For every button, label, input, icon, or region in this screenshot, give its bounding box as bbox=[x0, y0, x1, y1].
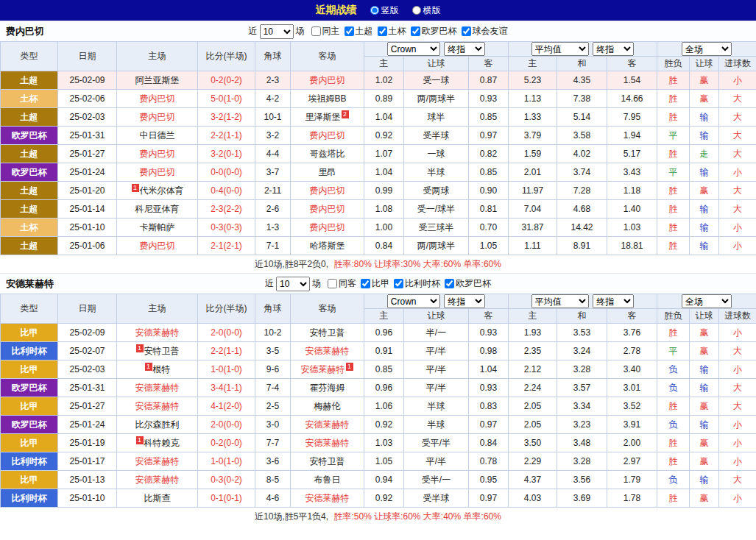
home-odds: 0.92 bbox=[364, 127, 404, 145]
match-date: 25-02-09 bbox=[58, 324, 117, 342]
away-team: 哈塔斯堡 bbox=[291, 237, 364, 255]
competition-type: 欧罗巴杯 bbox=[1, 416, 58, 434]
goals-result: 大 bbox=[719, 379, 756, 397]
final-odds-select[interactable]: 终指 bbox=[444, 294, 485, 308]
sections-container: 费内巴切 近 10 场 同主土超土杯欧罗巴杯球会友谊 类型 bbox=[0, 21, 756, 525]
filter-checkbox-input[interactable] bbox=[411, 26, 420, 36]
filter-checkbox-土杯[interactable]: 土杯 bbox=[378, 25, 406, 38]
vertical-layout-radio[interactable] bbox=[370, 6, 379, 15]
match-date: 25-02-03 bbox=[58, 360, 117, 379]
away-odds: 0.87 bbox=[469, 71, 509, 90]
team-name-text: 费内巴切 bbox=[310, 75, 345, 85]
filter-checkbox-土超[interactable]: 土超 bbox=[345, 25, 373, 38]
competition-type: 比甲 bbox=[1, 324, 58, 342]
team-name-text: 里昂 bbox=[319, 167, 336, 177]
average-odds-select[interactable]: 平均值 bbox=[531, 294, 589, 308]
filter-checkbox-欧罗巴杯[interactable]: 欧罗巴杯 bbox=[411, 25, 457, 38]
filter-checkbox-同主[interactable]: 同主 bbox=[311, 25, 340, 38]
avg-draw-odds: 14.42 bbox=[557, 219, 607, 237]
subcol-avg-away: 客 bbox=[607, 309, 657, 324]
match-score: 0-3(0-2) bbox=[198, 471, 255, 489]
handicap-line: 半球 bbox=[404, 163, 469, 182]
goals-result: 大 bbox=[719, 127, 756, 145]
match-result: 胜 bbox=[657, 182, 690, 200]
avg-away-odds: 1.79 bbox=[607, 471, 657, 489]
team-name-text: 费内巴切 bbox=[140, 149, 175, 159]
home-team: 科尼亚体育 bbox=[117, 200, 198, 219]
handicap-result: 输 bbox=[690, 360, 719, 379]
corner-score: 10-1 bbox=[255, 108, 291, 127]
home-odds: 0.96 bbox=[364, 324, 404, 342]
match-date: 25-01-31 bbox=[58, 127, 117, 145]
team-name-text: 安特卫普 bbox=[310, 327, 345, 338]
match-row: 土超25-01-14科尼亚体育2-3(2-2)2-6费内巴切1.08受一/球半0… bbox=[1, 200, 756, 219]
match-row: 比利时杯25-02-071安特卫普2-2(1-1)3-5安德莱赫特0.91平/半… bbox=[1, 342, 756, 360]
corner-score: 7-4 bbox=[255, 379, 291, 397]
final-odds-select-2[interactable]: 终指 bbox=[593, 294, 634, 308]
filter-checkbox-比利时杯[interactable]: 比利时杯 bbox=[394, 277, 440, 290]
layout-option-horizontal[interactable]: 横版 bbox=[412, 4, 441, 17]
odds-company-select[interactable]: Crown bbox=[387, 294, 440, 308]
average-odds-select[interactable]: 平均值 bbox=[531, 42, 589, 56]
filter-checkbox-欧罗巴杯[interactable]: 欧罗巴杯 bbox=[445, 277, 491, 290]
filter-checkbox-比甲[interactable]: 比甲 bbox=[361, 277, 389, 290]
team-name-text: 费内巴切 bbox=[310, 222, 345, 232]
subcol-avg-home: 主 bbox=[509, 57, 557, 71]
fulltime-select[interactable]: 全场 bbox=[682, 42, 732, 56]
subcol-away-odds: 客 bbox=[469, 309, 509, 324]
team-name-text: 里泽斯堡 bbox=[305, 112, 341, 122]
odds-company-select[interactable]: Crown bbox=[387, 42, 440, 56]
home-odds: 1.08 bbox=[364, 200, 404, 219]
handicap-result: 赢 bbox=[690, 182, 719, 200]
corner-score: 4-4 bbox=[255, 145, 291, 163]
filter-checkbox-input[interactable] bbox=[361, 279, 370, 288]
away-odds: 0.98 bbox=[469, 342, 509, 360]
average-odds-header: 平均值 终指 bbox=[509, 42, 657, 57]
filter-checkbox-input[interactable] bbox=[445, 279, 454, 288]
final-odds-select[interactable]: 终指 bbox=[444, 42, 485, 56]
home-odds: 0.94 bbox=[364, 471, 404, 489]
away-odds: 0.78 bbox=[469, 452, 509, 471]
fulltime-select[interactable]: 全场 bbox=[682, 294, 732, 308]
filter-checkbox-input[interactable] bbox=[328, 279, 337, 288]
handicap-result: 赢 bbox=[690, 397, 719, 416]
match-result: 胜 bbox=[657, 145, 690, 163]
match-score: 0-2(0-0) bbox=[198, 434, 255, 452]
handicap-line: 受三球半 bbox=[404, 219, 469, 237]
away-odds: 0.93 bbox=[469, 379, 509, 397]
match-count-select[interactable]: 10 bbox=[260, 24, 294, 39]
final-odds-select-2[interactable]: 终指 bbox=[593, 42, 634, 56]
match-row: 欧罗巴杯25-01-24费内巴切0-0(0-0)3-7里昂1.04半球0.852… bbox=[1, 163, 756, 182]
filter-checkbox-input[interactable] bbox=[394, 279, 403, 288]
match-date: 25-01-24 bbox=[58, 416, 117, 434]
filter-checkbox-input[interactable] bbox=[311, 26, 321, 36]
horizontal-layout-radio[interactable] bbox=[412, 6, 421, 15]
avg-draw-odds: 3.56 bbox=[557, 471, 607, 489]
handicap-line: 两/两球半 bbox=[404, 90, 469, 108]
home-odds: 1.04 bbox=[364, 163, 404, 182]
layout-option-vertical[interactable]: 竖版 bbox=[370, 4, 399, 17]
goals-result: 小 bbox=[719, 71, 756, 90]
team-name-text: 比尔森胜利 bbox=[135, 419, 180, 430]
corner-score: 9-6 bbox=[255, 360, 291, 379]
filter-checkbox-input[interactable] bbox=[345, 26, 354, 36]
away-odds: 0.83 bbox=[469, 397, 509, 416]
away-team: 费内巴切 bbox=[291, 182, 364, 200]
filter-checkbox-input[interactable] bbox=[462, 26, 471, 36]
near-label: 近 bbox=[249, 25, 258, 38]
subcol-avg-away: 客 bbox=[607, 57, 657, 71]
filter-checkbox-球会友谊[interactable]: 球会友谊 bbox=[462, 25, 508, 38]
filter-checkbox-input[interactable] bbox=[378, 26, 387, 36]
subcol-away-odds: 客 bbox=[469, 57, 509, 71]
home-team: 卡斯帕萨 bbox=[117, 219, 198, 237]
team-name-text: 安德莱赫特 bbox=[135, 456, 180, 466]
competition-type: 比利时杯 bbox=[1, 489, 58, 508]
away-team: 安德莱赫特 bbox=[291, 416, 364, 434]
match-count-select[interactable]: 10 bbox=[276, 277, 310, 291]
away-odds: 0.81 bbox=[469, 200, 509, 219]
summary-stats: 胜率:50% 让球率:60% 大率:40% 单率:60% bbox=[333, 511, 501, 522]
filter-checkbox-同客[interactable]: 同客 bbox=[328, 277, 356, 290]
avg-home-odds: 2.24 bbox=[509, 379, 557, 397]
handicap-result: 赢 bbox=[690, 452, 719, 471]
goals-result: 大 bbox=[719, 342, 756, 360]
